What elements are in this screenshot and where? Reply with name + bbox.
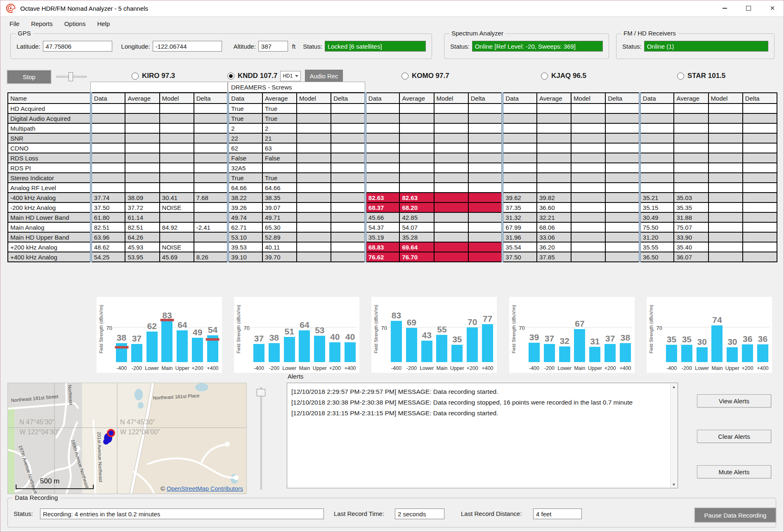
channel-radio-icon[interactable]: [677, 73, 684, 80]
scale-label: 500 m: [40, 477, 59, 485]
table-cell: 33.06: [537, 232, 571, 242]
pause-data-recording-button[interactable]: Pause Data Recording: [694, 507, 777, 523]
table-cell: [605, 232, 640, 242]
stop-button[interactable]: Stop: [7, 71, 51, 83]
bar-category-label: -400: [254, 365, 264, 371]
close-button[interactable]: ✕: [760, 0, 784, 16]
scan-slider-thumb[interactable]: [68, 72, 73, 81]
menu-item-help[interactable]: Help: [91, 19, 116, 29]
column-header-data: Data: [503, 93, 537, 104]
bar-slot: 30Lower: [695, 297, 709, 362]
table-cell: [605, 153, 640, 163]
channel-label: KJAQ 96.5: [551, 72, 586, 80]
table-cell: 48.62: [91, 242, 125, 252]
menu-item-file[interactable]: File: [4, 19, 25, 29]
table-row: Main Analog82.5182.5184.92-2.4162.7165.3…: [8, 222, 777, 232]
row-name: -200 kHz Analog: [8, 202, 91, 212]
gps-status-label: Status:: [303, 43, 322, 50]
bar-slot: 83-400: [390, 297, 403, 362]
table-cell: [674, 183, 708, 193]
audio-rec-button[interactable]: Audio Rec: [305, 70, 342, 82]
bar-slot: 43Lower: [420, 297, 434, 362]
minimize-button[interactable]: [713, 0, 737, 16]
bar-value-label: 40: [345, 332, 355, 342]
table-cell: [160, 133, 194, 143]
bar-Lower: [284, 337, 295, 362]
table-cell: 33.90: [674, 232, 708, 242]
table-cell: [605, 202, 640, 212]
alert-message: [12/10/2018 2:29:57 PM-2:29:57 PM] MESSA…: [291, 386, 668, 397]
minimize-icon: [723, 8, 727, 9]
alerts-scrollbar[interactable]: ▲ ▼: [670, 384, 677, 487]
table-cell: [674, 143, 708, 153]
table-cell: [399, 153, 434, 163]
table-cell: [434, 232, 468, 242]
menu-item-reports[interactable]: Reports: [25, 19, 59, 29]
latitude-field[interactable]: 47.75806: [43, 41, 112, 52]
table-cell: [537, 123, 571, 133]
maximize-button[interactable]: [737, 0, 760, 16]
channel-radio-icon[interactable]: [227, 73, 234, 80]
channel-radio-icon[interactable]: [132, 73, 139, 80]
table-cell: [434, 212, 468, 222]
table-cell: [571, 193, 605, 202]
altitude-field[interactable]: 387: [258, 41, 288, 52]
column-header-data: Data: [91, 93, 125, 104]
spectrum-status-label: Status:: [450, 43, 470, 50]
table-cell: 75.50: [640, 222, 674, 232]
table-cell: 53.10: [228, 232, 262, 242]
map[interactable]: N 47°45'30" W 122°04'30" N 47°45'30" W 1…: [7, 383, 247, 494]
bar-Main: [161, 321, 172, 362]
row-name: RDS PI: [8, 163, 91, 173]
bar-slot: 51Lower: [283, 297, 296, 362]
scan-slider[interactable]: [56, 72, 87, 82]
bar--400: [666, 345, 677, 362]
table-cell: [125, 113, 159, 123]
longitude-field[interactable]: -122.06744: [153, 41, 222, 52]
table-cell: [91, 153, 125, 163]
bar-Lower: [697, 347, 708, 362]
column-header-average: Average: [674, 93, 708, 104]
column-header-delta: Delta: [743, 93, 777, 104]
channel-komo-97-7: KOMO 97.7: [401, 70, 449, 82]
table-cell: [605, 123, 640, 133]
menu-item-options[interactable]: Options: [59, 19, 92, 29]
column-header-average: Average: [537, 93, 571, 104]
mute-alerts-button[interactable]: Mute Alerts: [697, 465, 771, 478]
view-alerts-button[interactable]: View Alerts: [697, 394, 771, 407]
recording-status-field[interactable]: Recording: 4 entries in the last 0.2 min…: [40, 508, 324, 519]
last-record-distance-field[interactable]: 4 feet: [533, 508, 582, 519]
hd-program-select[interactable]: HD1: [280, 71, 301, 81]
table-cell: [571, 113, 605, 123]
column-header-model: Model: [571, 93, 605, 104]
table-cell: [743, 104, 777, 113]
table-cell: [674, 123, 708, 133]
bar-slot: 36+200: [741, 297, 754, 362]
now-playing-strip-kiro: [90, 82, 228, 92]
table-cell: [125, 173, 159, 183]
table-cell: 2: [262, 123, 297, 133]
table-cell: [674, 173, 708, 183]
table-cell: [125, 163, 159, 173]
model-marker: [115, 346, 128, 348]
map-zoom-slider-thumb[interactable]: [257, 389, 265, 396]
last-record-time-field[interactable]: 2 seconds: [395, 508, 444, 519]
table-cell: [468, 232, 503, 242]
table-cell: [160, 163, 194, 173]
model-marker: [206, 338, 220, 341]
bar-slot: 37+200: [603, 297, 617, 362]
table-cell: [399, 143, 434, 153]
table-cell: [605, 252, 640, 262]
table-cell: 54.37: [365, 222, 399, 232]
scroll-up-icon[interactable]: ▲: [671, 384, 677, 390]
clear-alerts-button[interactable]: Clear Alerts: [697, 430, 771, 443]
openstreetmap-link[interactable]: OpenStreetMap Contributors: [167, 485, 243, 492]
table-cell: 35.19: [365, 232, 399, 242]
bar-category-label: +400: [207, 365, 218, 371]
map-zoom-slider[interactable]: [260, 387, 262, 490]
channel-star-101-5: STAR 101.5: [677, 70, 725, 82]
channel-radio-icon[interactable]: [401, 73, 409, 80]
channel-radio-icon[interactable]: [541, 73, 548, 80]
table-cell: [503, 133, 537, 143]
scroll-down-icon[interactable]: ▼: [671, 481, 677, 487]
